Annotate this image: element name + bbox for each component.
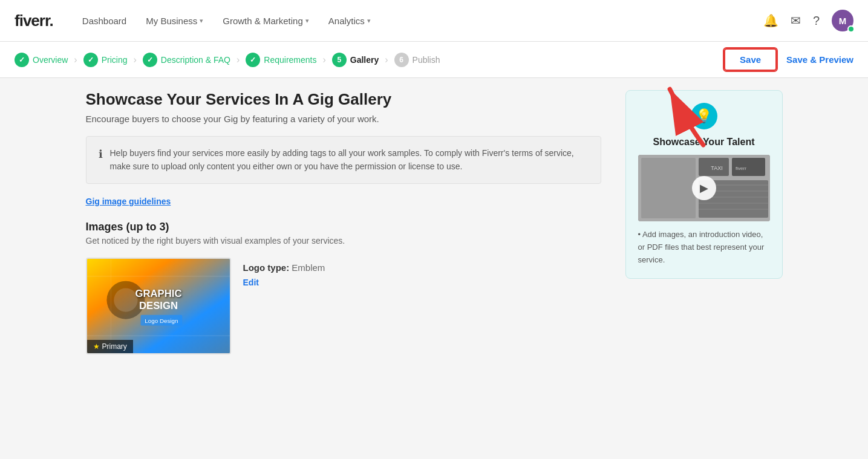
- svg-text:Logo Design: Logo Design: [145, 317, 178, 324]
- step-pricing-label: Pricing: [102, 55, 128, 65]
- image-upload-area: GRAPHIC DESIGN Logo Design: [86, 258, 601, 354]
- avatar[interactable]: M: [832, 10, 853, 31]
- save-preview-button[interactable]: Save & Preview: [786, 54, 853, 65]
- primary-badge: ★ Primary: [87, 340, 133, 353]
- star-icon: ★: [93, 342, 100, 351]
- talent-video-preview[interactable]: TAXI fiverr ▶: [638, 155, 770, 221]
- main-content: Showcase Your Services In A Gig Gallery …: [86, 78, 601, 354]
- gig-image-guidelines-link[interactable]: Gig image guidelines: [86, 197, 171, 206]
- step-description-faq[interactable]: ✓ Description & FAQ: [143, 53, 230, 67]
- images-subtitle: Get noticed by the right buyers with vis…: [86, 236, 601, 246]
- sidebar-panel: 💡 Showcase Your Talent TAXI fiverr: [625, 78, 783, 354]
- analytics-chevron-icon: ▾: [367, 17, 371, 25]
- images-section: Images (up to 3) Get noticed by the righ…: [86, 221, 601, 354]
- svg-text:GRAPHIC: GRAPHIC: [135, 288, 181, 299]
- svg-text:TAXI: TAXI: [711, 165, 722, 171]
- nav-dashboard[interactable]: Dashboard: [82, 16, 126, 26]
- page-subtitle: Encourage buyers to choose your Gig by f…: [86, 114, 601, 124]
- talent-description: Add images, an introduction video, or PD…: [638, 229, 770, 266]
- sep-4: ›: [322, 54, 325, 65]
- nav-growth-marketing[interactable]: Growth & Marketing ▾: [223, 16, 309, 26]
- nav-my-business[interactable]: My Business ▾: [146, 16, 203, 26]
- step-pricing-circle: ✓: [83, 53, 98, 67]
- breadcrumb-actions: Save Save & Preview: [724, 48, 853, 71]
- svg-text:DESIGN: DESIGN: [139, 300, 177, 311]
- save-button[interactable]: Save: [724, 48, 777, 71]
- help-icon[interactable]: ?: [813, 14, 820, 28]
- step-publish-label: Publish: [413, 55, 440, 65]
- step-gallery-label: Gallery: [350, 55, 379, 65]
- step-requirements[interactable]: ✓ Requirements: [246, 53, 316, 67]
- nav-right: 🔔 ✉ ? M: [763, 10, 853, 31]
- navbar: fiverr. Dashboard My Business ▾ Growth &…: [0, 0, 868, 42]
- image-meta: Logo type: Emblem Edit: [243, 258, 325, 287]
- fiverr-logo[interactable]: fiverr.: [15, 11, 53, 30]
- step-pricing[interactable]: ✓ Pricing: [83, 53, 128, 67]
- thumbnail-image: GRAPHIC DESIGN Logo Design: [87, 259, 230, 353]
- edit-link[interactable]: Edit: [243, 278, 325, 287]
- info-text: Help buyers find your services more easi…: [110, 146, 589, 174]
- svg-rect-14: [641, 158, 696, 218]
- breadcrumb-bar: ✓ Overview › ✓ Pricing › ✓ Description &…: [0, 42, 868, 78]
- svg-text:fiverr: fiverr: [736, 166, 746, 171]
- avatar-online-badge: [847, 25, 855, 33]
- step-publish[interactable]: 6 Publish: [394, 53, 440, 67]
- notifications-icon[interactable]: 🔔: [763, 13, 778, 28]
- talent-card: 💡 Showcase Your Talent TAXI fiverr: [625, 90, 783, 279]
- image-thumbnail: GRAPHIC DESIGN Logo Design: [86, 258, 231, 354]
- sep-1: ›: [74, 54, 77, 65]
- breadcrumb-steps: ✓ Overview › ✓ Pricing › ✓ Description &…: [15, 53, 724, 67]
- svg-point-3: [114, 288, 137, 311]
- step-req-circle: ✓: [246, 53, 260, 67]
- sep-3: ›: [237, 54, 240, 65]
- step-overview-circle: ✓: [15, 53, 29, 67]
- step-desc-label: Description & FAQ: [161, 55, 230, 65]
- sep-5: ›: [385, 54, 388, 65]
- step-overview-label: Overview: [33, 55, 68, 65]
- step-overview[interactable]: ✓ Overview: [15, 53, 68, 67]
- step-gallery[interactable]: 5 Gallery: [332, 53, 379, 67]
- images-title: Images (up to 3): [86, 221, 601, 233]
- step-req-label: Requirements: [264, 55, 316, 65]
- nav-analytics[interactable]: Analytics ▾: [328, 16, 371, 26]
- logo-type: Logo type: Emblem: [243, 262, 325, 273]
- talent-lightbulb-icon: 💡: [691, 103, 717, 129]
- growth-chevron-icon: ▾: [305, 17, 309, 25]
- info-box: ℹ Help buyers find your services more ea…: [86, 136, 601, 184]
- logo-text: fiverr.: [15, 11, 53, 30]
- sep-2: ›: [133, 54, 136, 65]
- step-desc-circle: ✓: [143, 53, 157, 67]
- step-gallery-circle: 5: [332, 53, 347, 67]
- page-title: Showcase Your Services In A Gig Gallery: [86, 90, 601, 109]
- messages-icon[interactable]: ✉: [791, 13, 801, 28]
- step-publish-circle: 6: [394, 53, 409, 67]
- talent-card-title: Showcase Your Talent: [638, 137, 770, 148]
- my-business-chevron-icon: ▾: [200, 17, 203, 25]
- info-icon: ℹ: [99, 148, 103, 174]
- main-layout: Showcase Your Services In A Gig Gallery …: [71, 78, 797, 354]
- play-button[interactable]: ▶: [692, 176, 716, 200]
